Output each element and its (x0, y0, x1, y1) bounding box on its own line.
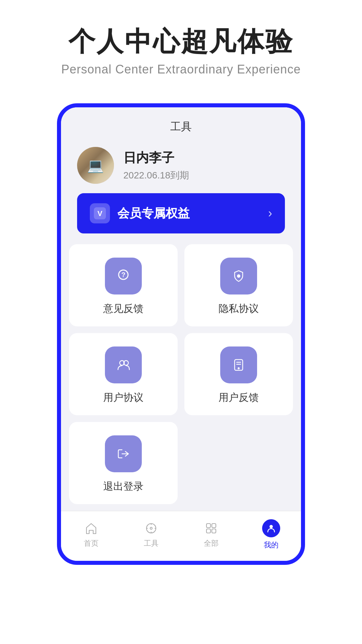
logout-icon (115, 445, 132, 463)
user-agreement-icon (115, 356, 132, 374)
profile-name: 日内李子 (123, 149, 189, 166)
svg-rect-20 (206, 529, 210, 533)
feedback-icon: ? (115, 267, 132, 285)
user-feedback-icon (230, 356, 247, 374)
me-active-dot (262, 519, 280, 537)
svg-point-8 (238, 367, 240, 369)
svg-point-17 (150, 527, 152, 529)
member-benefits-button[interactable]: V 会员专属权益 › (77, 193, 285, 233)
vip-icon: V (94, 207, 106, 219)
top-bar: 工具 (61, 107, 301, 140)
avatar-image (77, 147, 114, 184)
avatar (77, 147, 114, 184)
nav-item-me[interactable]: 我的 (241, 519, 301, 550)
page-title-zh: 个人中心超凡体验 (68, 27, 294, 56)
grid-row-2: 用户协议 用户反馈 (61, 333, 301, 415)
nav-item-home[interactable]: 首页 (61, 521, 121, 548)
grid-item-logout[interactable]: 退出登录 (69, 422, 178, 504)
svg-rect-18 (206, 524, 210, 528)
grid-icon (204, 521, 219, 536)
home-icon (84, 521, 99, 536)
grid-item-user-feedback[interactable]: 用户反馈 (184, 333, 293, 415)
profile-info: 日内李子 2022.06.18到期 (123, 149, 189, 182)
grid-row-1: ? 意见反馈 隐私协议 (61, 244, 301, 326)
nav-item-tools[interactable]: 工具 (121, 521, 181, 548)
tools-icon (144, 521, 159, 536)
me-icon (266, 523, 276, 533)
user-feedback-label: 用户反馈 (219, 391, 259, 405)
grid-row-3: 退出登录 (61, 422, 301, 504)
grid-empty (184, 422, 293, 504)
logout-icon-bg (105, 435, 142, 472)
profile-section: 日内李子 2022.06.18到期 (61, 140, 301, 193)
member-btn-left: V 会员专属权益 (90, 203, 190, 223)
user-agreement-label: 用户协议 (103, 391, 143, 405)
feedback-icon-bg: ? (105, 258, 142, 294)
member-btn-label: 会员专属权益 (117, 205, 190, 222)
member-icon: V (90, 203, 110, 223)
privacy-icon-bg (220, 258, 257, 294)
member-btn-arrow: › (268, 206, 272, 220)
phone-inner: 工具 日内李子 2022.06.18到期 V 会 (61, 107, 301, 561)
nav-label-home: 首页 (84, 538, 99, 548)
bottom-nav: 首页 工具 (61, 511, 301, 561)
user-agreement-icon-bg (105, 346, 142, 383)
svg-point-4 (237, 274, 240, 278)
grid-item-feedback[interactable]: ? 意见反馈 (69, 244, 178, 326)
top-bar-label: 工具 (170, 120, 192, 132)
nav-label-tools: 工具 (144, 538, 159, 548)
user-feedback-icon-bg (220, 346, 257, 383)
svg-text:V: V (98, 209, 103, 218)
svg-rect-21 (212, 529, 216, 533)
nav-item-all[interactable]: 全部 (181, 521, 241, 548)
privacy-icon (230, 267, 247, 285)
page-title-en: Personal Center Extraordinary Experience (61, 62, 301, 76)
nav-label-all: 全部 (204, 538, 219, 548)
profile-expiry: 2022.06.18到期 (123, 169, 189, 182)
nav-label-me: 我的 (264, 540, 279, 550)
grid-item-privacy[interactable]: 隐私协议 (184, 244, 293, 326)
phone-frame: 工具 日内李子 2022.06.18到期 V 会 (57, 103, 305, 565)
feedback-label: 意见反馈 (103, 302, 143, 316)
svg-point-12 (146, 524, 156, 533)
privacy-label: 隐私协议 (219, 302, 259, 316)
svg-text:?: ? (121, 271, 125, 278)
svg-point-22 (269, 525, 273, 528)
svg-rect-19 (212, 524, 216, 528)
logout-label: 退出登录 (103, 480, 143, 493)
grid-item-user-agreement[interactable]: 用户协议 (69, 333, 178, 415)
